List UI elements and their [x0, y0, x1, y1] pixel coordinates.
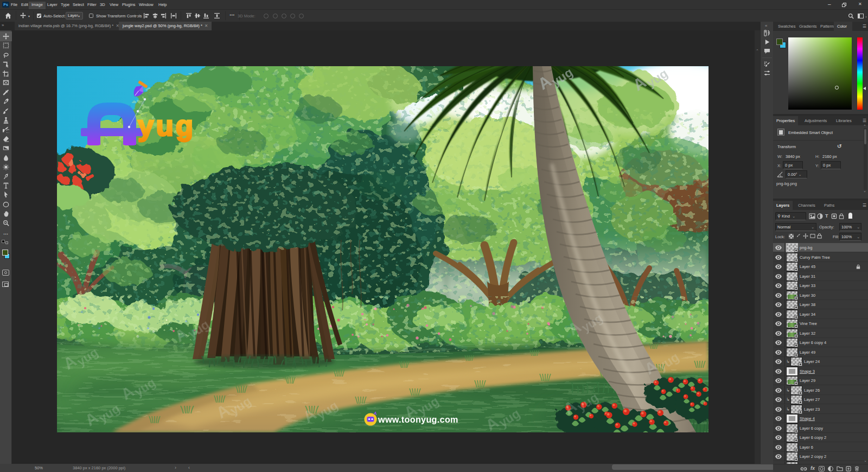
svg-text:yug: yug	[138, 110, 195, 142]
svg-text:www.toonyug.com: www.toonyug.com	[378, 414, 458, 424]
